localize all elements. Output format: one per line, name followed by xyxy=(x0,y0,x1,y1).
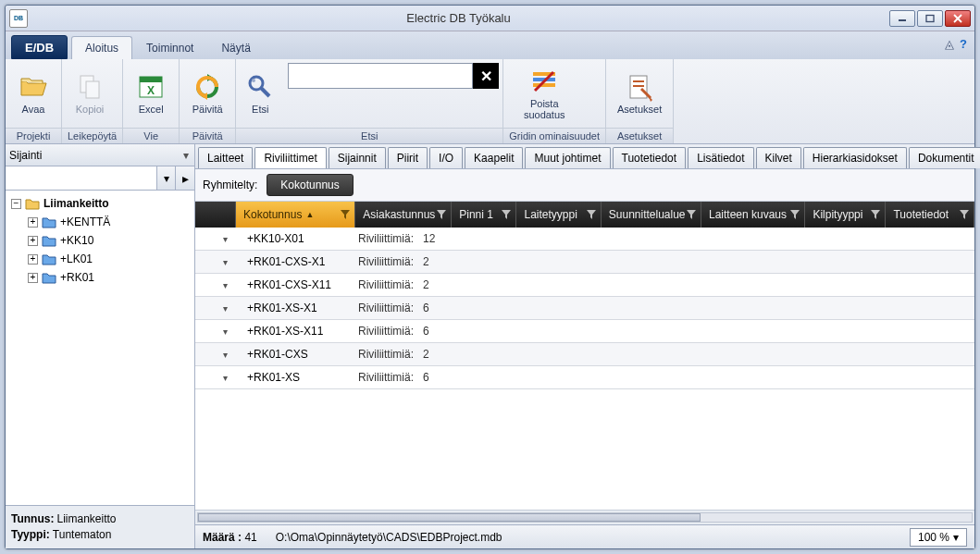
etsi-button[interactable]: Etsi xyxy=(240,63,280,124)
sidebar-filter-input[interactable] xyxy=(6,166,157,190)
group-row[interactable]: ▾+RK01-XS-X11Riviliittimiä:6 xyxy=(195,320,974,343)
svg-rect-7 xyxy=(140,77,162,82)
ribbon-group-label: Asetukset xyxy=(606,128,673,143)
filter-icon[interactable] xyxy=(870,209,881,220)
column-header[interactable]: Laitetyyppi xyxy=(516,202,601,228)
excel-button[interactable]: X Excel xyxy=(127,63,175,124)
content-tab[interactable]: Lisätiedot xyxy=(688,147,753,168)
avaa-button[interactable]: Avaa xyxy=(9,63,57,124)
group-row[interactable]: ▾+RK01-CXSRiviliittimiä:2 xyxy=(195,343,974,366)
content-tab[interactable]: Dokumentit xyxy=(909,147,980,168)
column-header[interactable]: Tuotetiedot xyxy=(886,202,974,228)
asetukset-button[interactable]: Asetukset xyxy=(610,63,669,124)
group-row[interactable]: ▾+RK01-CXS-X1Riviliittimiä:2 xyxy=(195,251,974,274)
expand-row-icon[interactable]: ▾ xyxy=(223,373,238,383)
content-tab[interactable]: Laitteet xyxy=(198,147,253,168)
tree-root[interactable]: − Liimankeitto xyxy=(9,194,191,213)
open-folder-icon xyxy=(19,72,48,102)
column-header[interactable]: Laitteen kuvaus xyxy=(701,202,805,228)
app-icon: DB xyxy=(9,9,28,28)
content: LaitteetRiviliittimetSijainnitPiiritI/OK… xyxy=(195,144,974,548)
expand-row-icon[interactable]: ▾ xyxy=(223,257,238,267)
filter-icon[interactable] xyxy=(686,209,697,220)
sidebar-filter-dropdown[interactable]: ▾ xyxy=(157,166,176,190)
ribbon: Avaa Projekti Kopioi Leikepöytä X Excel xyxy=(6,59,974,144)
svg-line-10 xyxy=(261,88,269,96)
row-selector-header[interactable] xyxy=(195,202,236,228)
close-button[interactable] xyxy=(945,10,971,27)
clear-search-button[interactable]: ✕ xyxy=(473,63,499,89)
sidebar-mode-select[interactable]: Sijainti xyxy=(6,144,178,166)
folder-icon xyxy=(25,197,40,210)
svg-point-9 xyxy=(250,77,263,90)
column-header[interactable]: Asiakastunnus xyxy=(355,202,452,228)
tree-node[interactable]: ++KK10 xyxy=(26,231,191,250)
app-menu-button[interactable]: E/DB xyxy=(11,35,68,59)
expand-row-icon[interactable]: ▾ xyxy=(223,303,238,314)
ribbon-group-paivita: Päivitä Päivitä xyxy=(180,59,236,143)
ribbon-collapse-icon[interactable]: ◬ xyxy=(945,37,954,51)
sidebar-filter-go[interactable]: ▸ xyxy=(176,166,194,190)
ribbon-group-grid: Poista suodatus Gridin ominaisuudet xyxy=(503,59,606,143)
expand-icon[interactable]: + xyxy=(28,236,38,246)
copy-icon xyxy=(75,72,105,102)
content-tab[interactable]: I/O xyxy=(429,147,463,168)
refresh-icon xyxy=(192,72,222,102)
filter-icon[interactable] xyxy=(789,209,800,220)
group-row[interactable]: ▾+RK01-XS-X1Riviliittimiä:6 xyxy=(195,297,974,320)
content-tab[interactable]: Muut johtimet xyxy=(525,147,610,168)
ribbon-group-label: Leikepöytä xyxy=(62,128,122,143)
sidebar: Sijainti ▾ ▾ ▸ − Liimankeitto ++KENTTÄ++… xyxy=(6,144,195,548)
svg-rect-14 xyxy=(533,83,555,87)
expand-row-icon[interactable]: ▾ xyxy=(223,280,238,290)
content-tab[interactable]: Piirit xyxy=(388,147,428,168)
column-header[interactable]: Pinni 1 xyxy=(452,202,516,228)
folder-icon xyxy=(42,215,56,228)
column-header[interactable]: Suunnittelualue xyxy=(602,202,701,228)
folder-icon xyxy=(42,252,56,265)
expand-icon[interactable]: + xyxy=(28,217,38,228)
filter-icon[interactable] xyxy=(340,209,351,220)
content-tab[interactable]: Hierarkiasidokset xyxy=(803,147,907,168)
expand-row-icon[interactable]: ▾ xyxy=(223,326,238,337)
filter-icon[interactable] xyxy=(501,209,512,220)
expand-row-icon[interactable]: ▾ xyxy=(223,350,238,360)
expand-icon[interactable]: + xyxy=(28,273,38,283)
poista-suodatus-button[interactable]: Poista suodatus xyxy=(507,63,581,124)
tree-node[interactable]: ++RK01 xyxy=(26,268,191,287)
tree-node[interactable]: ++LK01 xyxy=(26,250,191,268)
content-tab[interactable]: Sijainnit xyxy=(329,147,386,168)
maximize-button[interactable] xyxy=(917,10,943,27)
ribbon-tab-nayta[interactable]: Näytä xyxy=(207,36,264,59)
group-row[interactable]: ▾+RK01-CXS-X11Riviliittimiä:2 xyxy=(195,274,974,297)
filter-icon[interactable] xyxy=(436,209,447,220)
ribbon-tab-aloitus[interactable]: Aloitus xyxy=(71,36,132,59)
minimize-button[interactable] xyxy=(889,10,915,27)
expand-icon[interactable]: + xyxy=(28,254,38,265)
column-header[interactable]: Kilpityyppi xyxy=(805,202,886,228)
group-chip[interactable]: Kokotunnus xyxy=(267,174,353,196)
zoom-control[interactable]: 100 %▾ xyxy=(910,528,967,547)
clear-filter-icon xyxy=(529,67,559,96)
content-tab[interactable]: Kaapelit xyxy=(465,147,523,168)
group-row[interactable]: ▾+KK10-X01Riviliittimiä:12 xyxy=(195,228,974,251)
content-tab[interactable]: Riviliittimet xyxy=(254,147,326,168)
search-input[interactable] xyxy=(288,63,473,89)
help-icon[interactable]: ? xyxy=(960,37,967,51)
tree-node[interactable]: ++KENTTÄ xyxy=(26,213,191,231)
ribbon-tab-toiminnot[interactable]: Toiminnot xyxy=(132,36,207,59)
filter-icon[interactable] xyxy=(959,209,970,220)
ribbon-group-label: Vie xyxy=(123,128,179,143)
paivita-button[interactable]: Päivitä xyxy=(183,63,231,124)
ribbon-group-etsi: Etsi ✕ Etsi xyxy=(236,59,503,143)
content-tab[interactable]: Kilvet xyxy=(756,147,801,168)
collapse-icon[interactable]: − xyxy=(11,199,21,209)
expand-row-icon[interactable]: ▾ xyxy=(223,234,238,244)
ribbon-group-leikepoyta: Kopioi Leikepöytä xyxy=(62,59,123,143)
horizontal-scrollbar[interactable] xyxy=(195,510,974,524)
group-row[interactable]: ▾+RK01-XSRiviliittimiä:6 xyxy=(195,366,974,389)
filter-icon[interactable] xyxy=(586,209,597,220)
column-header[interactable]: Kokotunnus▲ xyxy=(236,202,355,228)
content-tab[interactable]: Tuotetiedot xyxy=(613,147,687,168)
data-grid[interactable]: ▾+KK10-X01Riviliittimiä:12▾+RK01-CXS-X1R… xyxy=(195,228,974,510)
